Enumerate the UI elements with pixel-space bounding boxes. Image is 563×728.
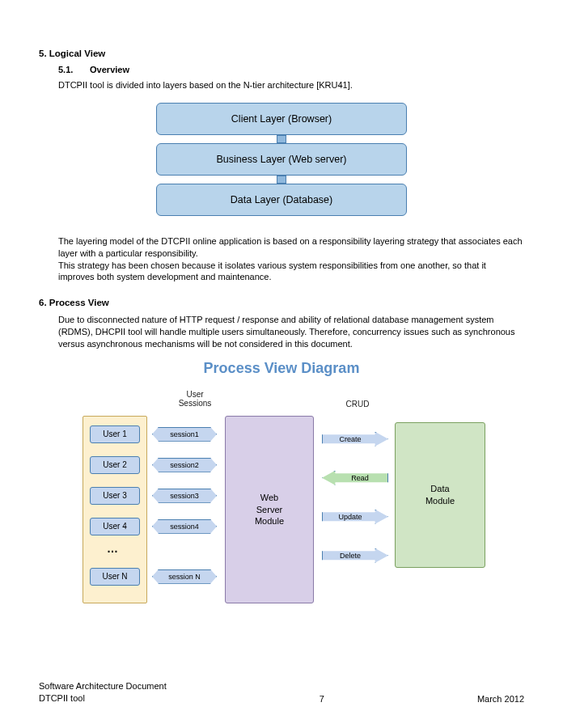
- crud-update-arrow: Update: [322, 510, 388, 524]
- footer-left: Software Architecture Document DTCPII to…: [39, 680, 167, 704]
- footer-date: March 2012: [477, 694, 524, 704]
- user-3-box: User 3: [90, 487, 140, 505]
- layer-connector-1: [277, 135, 286, 143]
- layer-data: Data Layer (Database): [156, 184, 407, 216]
- section-5-num: 5.: [39, 49, 47, 58]
- footer-doc-title: Software Architecture Document: [39, 680, 167, 692]
- session-n-arrow: session N: [152, 569, 217, 584]
- web-server-module: Web Server Module: [225, 416, 314, 603]
- session-1-arrow: session1: [152, 427, 217, 442]
- process-diagram-title: Process View Diagram: [39, 360, 524, 377]
- section-6-para: Due to disconnected nature of HTTP reque…: [58, 314, 524, 350]
- crud-delete-arrow: Delete: [322, 548, 388, 563]
- user-1-box: User 1: [90, 425, 140, 443]
- footer-page-number: 7: [320, 694, 324, 704]
- section-5-para2: This strategy has been chosen because it…: [58, 260, 524, 284]
- session-4-arrow: session4: [152, 519, 217, 534]
- user-dots: …: [107, 542, 120, 555]
- crud-label: CRUD: [333, 400, 382, 408]
- data-module: Data Module: [395, 422, 485, 568]
- section-5-heading: 5. Logical View: [39, 49, 524, 58]
- section-5-title: Logical View: [49, 49, 105, 58]
- footer-tool: DTCPII tool: [39, 692, 167, 704]
- section-6-title: Process View: [49, 298, 109, 307]
- page-footer: Software Architecture Document DTCPII to…: [39, 680, 524, 704]
- section-5-intro: DTCPII tool is divided into layers based…: [58, 79, 524, 91]
- section-5-1-title: Overview: [90, 65, 129, 74]
- section-6-heading: 6. Process View: [39, 298, 524, 307]
- user-4-box: User 4: [90, 518, 140, 535]
- layer-business: Business Layer (Web server): [156, 143, 407, 176]
- layer-connector-2: [277, 176, 286, 184]
- section-5-para1: The layering model of the DTCPII online …: [58, 235, 524, 260]
- layers-diagram: Client Layer (Browser) Business Layer (W…: [156, 103, 407, 216]
- crud-read-arrow: Read: [322, 471, 388, 485]
- user-sessions-label: User Sessions: [167, 390, 223, 408]
- session-2-arrow: session2: [152, 458, 217, 472]
- crud-create-arrow: Create: [322, 432, 388, 447]
- user-2-box: User 2: [90, 456, 140, 474]
- user-n-box: User N: [90, 568, 140, 586]
- layer-client: Client Layer (Browser): [156, 103, 407, 135]
- process-diagram: User Sessions CRUD User 1 User 2 User 3 …: [71, 383, 492, 610]
- session-3-arrow: session3: [152, 489, 217, 503]
- section-5-1-heading: 5.1. Overview: [58, 65, 524, 74]
- section-6-num: 6.: [39, 298, 47, 307]
- section-5-1-num: 5.1.: [58, 65, 87, 74]
